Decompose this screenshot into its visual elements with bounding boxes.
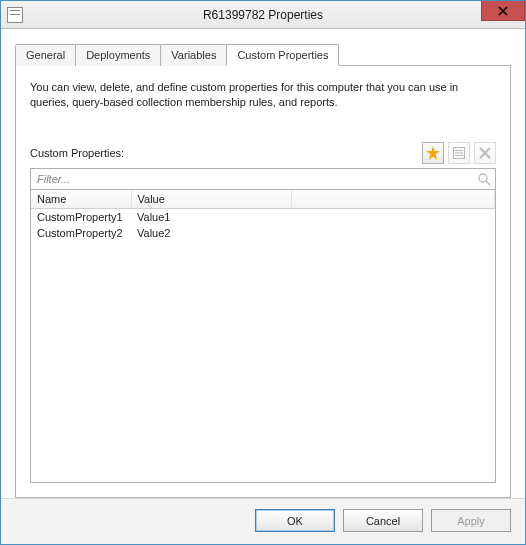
close-icon xyxy=(498,6,508,16)
table-row[interactable]: CustomProperty1 Value1 xyxy=(31,208,495,225)
grid-container: Name Value CustomProperty1 Value1 Custom xyxy=(30,190,496,483)
properties-window: R61399782 Properties General Deployments… xyxy=(0,0,526,545)
titlebar: R61399782 Properties xyxy=(1,1,525,29)
delete-icon xyxy=(478,146,492,160)
properties-grid[interactable]: Name Value CustomProperty1 Value1 Custom xyxy=(31,190,495,241)
description-text: You can view, delete, and define custom … xyxy=(30,80,496,110)
close-button[interactable] xyxy=(481,1,525,21)
tab-page-custom-properties: You can view, delete, and define custom … xyxy=(15,65,511,498)
toolbar xyxy=(422,142,496,164)
tab-deployments[interactable]: Deployments xyxy=(75,44,161,66)
tab-custom-properties[interactable]: Custom Properties xyxy=(226,44,339,66)
window-body: General Deployments Variables Custom Pro… xyxy=(1,29,525,498)
button-bar: OK Cancel Apply xyxy=(1,498,525,544)
delete-button[interactable] xyxy=(474,142,496,164)
filter-input[interactable] xyxy=(35,172,477,186)
ok-button[interactable]: OK xyxy=(255,509,335,532)
table-row[interactable]: CustomProperty2 Value2 xyxy=(31,225,495,241)
properties-icon xyxy=(452,146,466,160)
properties-button[interactable] xyxy=(448,142,470,164)
tab-variables[interactable]: Variables xyxy=(160,44,227,66)
cancel-button[interactable]: Cancel xyxy=(343,509,423,532)
section-label: Custom Properties: xyxy=(30,147,124,159)
svg-line-6 xyxy=(486,181,490,185)
col-header-name[interactable]: Name xyxy=(31,190,131,209)
tab-general[interactable]: General xyxy=(15,44,76,66)
cell-name: CustomProperty2 xyxy=(31,225,131,241)
grid-header-row: Name Value xyxy=(31,190,495,209)
section-header-row: Custom Properties: xyxy=(30,142,496,164)
col-header-spacer xyxy=(291,190,495,209)
new-button[interactable] xyxy=(422,142,444,164)
cell-name: CustomProperty1 xyxy=(31,208,131,225)
svg-marker-0 xyxy=(426,146,440,160)
filter-row xyxy=(30,168,496,190)
app-icon xyxy=(7,7,23,23)
apply-button[interactable]: Apply xyxy=(431,509,511,532)
starburst-icon xyxy=(426,146,440,160)
cell-value: Value2 xyxy=(131,225,291,241)
tabstrip: General Deployments Variables Custom Pro… xyxy=(15,43,511,65)
cell-value: Value1 xyxy=(131,208,291,225)
col-header-value[interactable]: Value xyxy=(131,190,291,209)
svg-point-5 xyxy=(479,174,487,182)
window-title: R61399782 Properties xyxy=(1,8,525,22)
search-icon xyxy=(477,172,491,186)
